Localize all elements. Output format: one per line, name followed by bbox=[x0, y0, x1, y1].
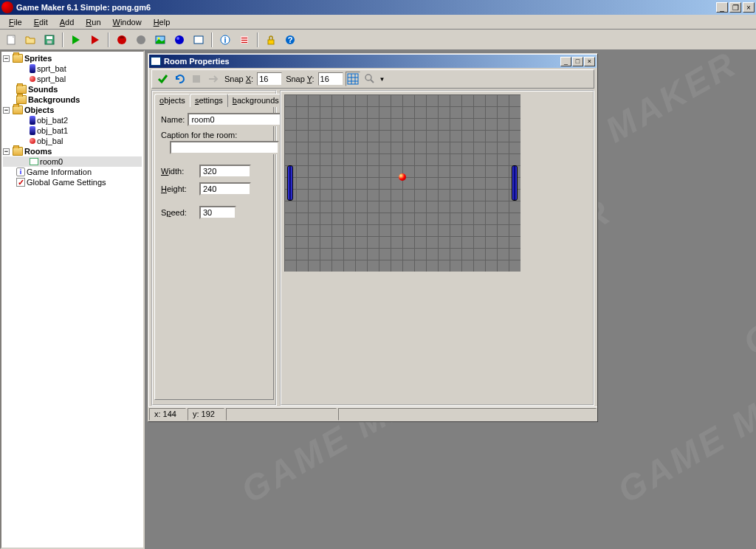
tab-settings[interactable]: settings bbox=[190, 94, 228, 107]
menu-edit[interactable]: Edit bbox=[28, 16, 54, 28]
width-input[interactable] bbox=[199, 165, 251, 178]
menu-run[interactable]: Run bbox=[80, 16, 106, 28]
tree-objects[interactable]: −Objects bbox=[3, 105, 142, 115]
svg-rect-14 bbox=[241, 38, 247, 38]
snapy-input[interactable] bbox=[318, 72, 343, 86]
run-debug-button[interactable] bbox=[87, 32, 103, 48]
room-toolbar: Snap X: Snap Y: ▼ bbox=[151, 69, 594, 89]
tree-obj-bal[interactable]: obj_bal bbox=[3, 136, 142, 146]
add-room-button[interactable] bbox=[190, 32, 207, 48]
tree-obj-bat2[interactable]: obj_bat2 bbox=[3, 115, 142, 125]
game-info-button[interactable]: i bbox=[217, 32, 233, 48]
menu-add[interactable]: Add bbox=[54, 16, 80, 28]
width-label: Width: bbox=[161, 167, 196, 176]
speed-label: Speed: bbox=[161, 208, 196, 217]
room-minimize-button[interactable]: _ bbox=[560, 57, 571, 66]
tree-room0[interactable]: room0 bbox=[3, 156, 142, 167]
caption-input[interactable] bbox=[170, 141, 279, 154]
instance-bat-right[interactable] bbox=[512, 165, 518, 201]
instance-bat-left[interactable] bbox=[287, 165, 293, 201]
svg-rect-20 bbox=[193, 75, 200, 83]
svg-rect-3 bbox=[47, 41, 52, 44]
svg-rect-16 bbox=[241, 42, 247, 43]
restore-button[interactable]: ❐ bbox=[729, 2, 741, 13]
tree-sounds[interactable]: Sounds bbox=[3, 84, 142, 94]
add-object-button[interactable] bbox=[171, 32, 188, 48]
zoom-button[interactable] bbox=[362, 72, 377, 86]
tab-objects[interactable]: objects bbox=[154, 94, 190, 107]
room-window-titlebar[interactable]: Room Properties _ □ × bbox=[149, 55, 597, 68]
minimize-button[interactable]: _ bbox=[716, 2, 728, 13]
help-button[interactable]: ? bbox=[282, 32, 298, 48]
room-maximize-button[interactable]: □ bbox=[572, 57, 583, 66]
snapx-input[interactable] bbox=[257, 72, 282, 86]
snapx-label: Snap X: bbox=[223, 75, 255, 83]
room-statusbar: x: 144 y: 192 bbox=[148, 407, 597, 421]
save-file-button[interactable] bbox=[41, 32, 58, 48]
mdi-client-area: GAME MAKER GAME MAKER GAME MAKER GAME MA… bbox=[145, 50, 756, 549]
caption-label: Caption for the room: bbox=[161, 131, 267, 139]
tree-rooms[interactable]: −Rooms bbox=[3, 146, 142, 156]
room-window-title: Room Properties bbox=[164, 57, 560, 66]
dropdown-arrow-icon[interactable]: ▼ bbox=[379, 76, 385, 83]
tab-backgrounds[interactable]: backgrounds bbox=[227, 94, 284, 107]
menu-file[interactable]: File bbox=[3, 16, 28, 28]
app-title: Game Maker 6.1 Simple: pong.gm6 bbox=[16, 3, 716, 12]
room-undo-button[interactable] bbox=[172, 72, 187, 86]
room-stop-button[interactable] bbox=[189, 72, 204, 86]
svg-line-27 bbox=[371, 80, 374, 83]
status-empty1 bbox=[226, 408, 337, 421]
tree-backgrounds[interactable]: Backgrounds bbox=[3, 94, 142, 105]
speed-input[interactable] bbox=[199, 206, 236, 219]
tree-global-settings[interactable]: ✓Global Game Settings bbox=[3, 177, 142, 187]
close-button[interactable]: × bbox=[743, 2, 755, 13]
room-arrow-button[interactable] bbox=[206, 72, 221, 86]
status-y: y: 192 bbox=[188, 408, 224, 421]
tree-sprites[interactable]: −Sprites bbox=[3, 53, 142, 63]
svg-rect-15 bbox=[241, 40, 247, 41]
app-titlebar: Game Maker 6.1 Simple: pong.gm6 _ ❐ × bbox=[0, 0, 756, 15]
room-properties-window: Room Properties _ □ × Snap X: Snap Y: ▼ bbox=[148, 53, 598, 422]
lock-button[interactable] bbox=[263, 32, 279, 48]
svg-rect-10 bbox=[194, 36, 203, 44]
main-menubar: File Edit Add Run Window Help bbox=[0, 15, 756, 30]
tree-sprite-bal[interactable]: sprt_bal bbox=[3, 74, 142, 84]
svg-text:i: i bbox=[224, 35, 226, 44]
svg-text:?: ? bbox=[288, 35, 293, 44]
svg-point-26 bbox=[365, 75, 371, 80]
add-sound-button[interactable] bbox=[133, 32, 149, 48]
snapy-label: Snap Y: bbox=[284, 75, 315, 83]
svg-rect-2 bbox=[47, 36, 52, 39]
instance-ball[interactable] bbox=[399, 173, 406, 181]
svg-point-8 bbox=[175, 35, 184, 44]
room-window-icon bbox=[151, 57, 161, 66]
run-button[interactable] bbox=[68, 32, 84, 48]
room-ok-button[interactable] bbox=[155, 72, 170, 86]
open-file-button[interactable] bbox=[22, 32, 38, 48]
menu-help[interactable]: Help bbox=[148, 16, 176, 28]
tree-sprite-bat[interactable]: sprt_bat bbox=[3, 63, 142, 74]
add-sprite-button[interactable] bbox=[114, 32, 130, 48]
svg-rect-17 bbox=[268, 40, 274, 44]
status-x: x: 144 bbox=[149, 408, 186, 421]
height-label: Height: bbox=[161, 184, 196, 193]
room-close-button[interactable]: × bbox=[584, 57, 595, 66]
name-label: Name: bbox=[161, 115, 185, 124]
svg-rect-21 bbox=[348, 74, 358, 84]
new-file-button[interactable] bbox=[3, 32, 19, 48]
room-canvas[interactable] bbox=[280, 90, 594, 406]
height-input[interactable] bbox=[199, 182, 251, 196]
svg-point-9 bbox=[176, 37, 179, 40]
room-settings-panel: objects settings backgrounds Name: Capti… bbox=[151, 90, 277, 406]
tree-game-info[interactable]: iGame Information bbox=[3, 167, 142, 177]
grid-toggle-button[interactable] bbox=[346, 72, 360, 86]
resource-tree[interactable]: −Sprites sprt_bat sprt_bal Sounds Backgr… bbox=[0, 50, 145, 549]
tree-obj-bat1[interactable]: obj_bat1 bbox=[3, 125, 142, 136]
add-background-button[interactable] bbox=[152, 32, 168, 48]
main-toolbar: i ? bbox=[0, 30, 756, 50]
app-icon bbox=[1, 1, 13, 13]
global-settings-button[interactable] bbox=[236, 32, 252, 48]
svg-point-5 bbox=[137, 35, 145, 44]
menu-window[interactable]: Window bbox=[107, 16, 148, 28]
status-empty2 bbox=[338, 408, 597, 421]
